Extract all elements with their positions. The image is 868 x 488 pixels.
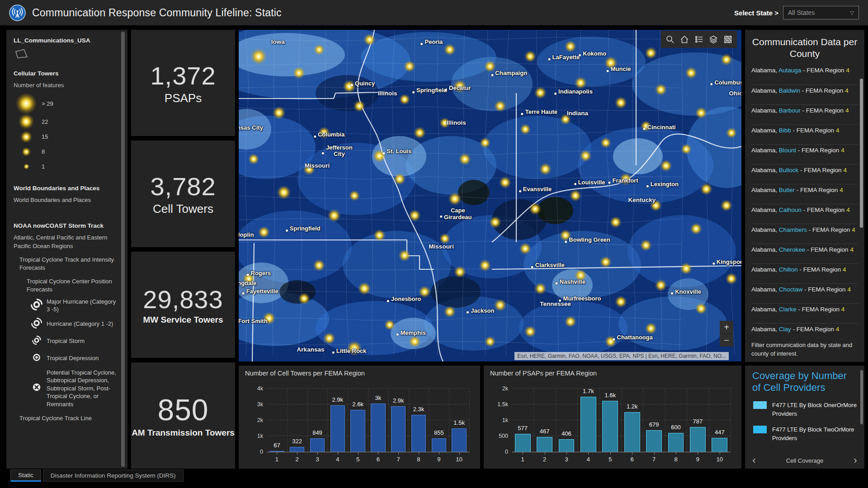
bar-value-label: 849 (312, 429, 322, 436)
city-label: Knoxville (675, 289, 701, 295)
bar (646, 430, 662, 452)
stat-label: Cell Towers (153, 202, 213, 216)
city-label: Terre Haute (525, 109, 557, 115)
county-row[interactable]: Alabama, Blount - FEMA Region 4 (751, 144, 858, 164)
county-row[interactable]: Alabama, Bullock - FEMA Region 4 (751, 164, 858, 184)
city-label: Frankfort (613, 178, 638, 184)
city-dot-icon (565, 241, 567, 243)
gridline (731, 389, 731, 452)
gridline (556, 389, 556, 452)
select-state-label: Select State > (734, 9, 778, 17)
tower-glow-icon (20, 131, 32, 143)
city-label: Fayetteville (246, 288, 278, 295)
x-axis-tick-label: 6 (368, 456, 388, 463)
y-axis-tick-label: 1.5k (497, 401, 508, 408)
city-dot-icon (548, 58, 551, 60)
sidebar-scrollbar[interactable] (121, 32, 125, 467)
county-row[interactable]: Alabama, Clarke - FEMA Region 4 (751, 303, 858, 323)
county-list: Alabama, Autauga - FEMA Region 4Alabama,… (751, 65, 858, 343)
city-dot-icon (445, 89, 447, 91)
bar (559, 439, 575, 452)
bar-chart-cell-towers: 01k2k3k4k673228492.9k2.6k3k2.9k2.3k8551.… (267, 389, 469, 452)
city-label: Joplin (239, 232, 254, 238)
search-icon[interactable] (663, 31, 677, 48)
city-label: Memphis (401, 330, 426, 336)
x-axis-tick-label: 10 (709, 456, 731, 463)
county-row[interactable]: Alabama, Calhoun - FEMA Region 4 (751, 204, 858, 224)
coverage-map[interactable]: IowaPeoriaKokomoLaFayetteMuncieChampaign… (239, 30, 741, 361)
coverage-scrollbar[interactable] (860, 370, 863, 424)
storm-legend-label: Potential Tropical Cyclone, Subtropical … (47, 369, 118, 408)
x-axis-tick-label: 2 (533, 456, 555, 463)
city-dot-icon (412, 91, 415, 94)
x-axis-tick-label: 3 (307, 456, 328, 463)
storm-legend-row: Major Hurricane (Category 3 -5) (31, 298, 118, 314)
bar-value-label: 855 (434, 429, 444, 436)
city-label: Springfield (416, 87, 447, 94)
chevron-down-icon: ▽ (850, 10, 854, 16)
storm-legend-row: Hurricane (Category 1 -2) (31, 317, 118, 331)
gridline (429, 389, 429, 452)
county-row[interactable]: Alabama, Clay - FEMA Region 4 (751, 323, 858, 343)
storm-legend-label: Tropical Depression (47, 354, 99, 362)
state-label: Arkansas (297, 347, 325, 353)
coverage-legend-item: F477 LTE By Block TwoOrMore Providers (752, 425, 857, 443)
legend-sidebar: LL_Communications_USA Cellular Towers Nu… (6, 30, 127, 469)
noaa-regions-label: Atlantic, Central Pacific and Eastern Pa… (14, 234, 118, 250)
basemap-grid-icon[interactable] (721, 31, 735, 48)
bar-value-label: 67 (274, 442, 280, 449)
tab-dirs[interactable]: Disaster Information Reporting System (D… (43, 469, 184, 482)
storm-legend-label: Hurricane (Category 1 -2) (47, 320, 113, 328)
county-row[interactable]: Alabama, Choctaw - FEMA Region 4 (751, 283, 858, 303)
city-label: Rogers (251, 270, 271, 277)
x-axis-labels: 12345678910 (512, 456, 731, 463)
county-list-scrollbar[interactable] (860, 79, 863, 228)
polygon-extent-icon (14, 48, 29, 59)
tower-glow-icon (24, 164, 29, 169)
state-label: Illinois (447, 119, 466, 126)
city-label: Kokomo (583, 51, 606, 57)
pager-prev-icon[interactable]: ‹ (749, 455, 760, 465)
county-panel-footer: Filter communication data by state and c… (751, 341, 853, 358)
gridline (599, 389, 600, 452)
legend-list-icon[interactable] (692, 31, 706, 48)
y-axis-tick-label: 0 (260, 449, 263, 455)
cyclone-center-forecasts-label: Tropical Cyclone Center Position Forecas… (27, 277, 118, 294)
city-dot-icon (574, 183, 576, 185)
layers-icon[interactable] (706, 31, 721, 48)
city-label: Bowling Green (569, 237, 610, 243)
dashboard-root: Communication Response Community Lifelin… (0, 0, 868, 488)
county-row[interactable]: Alabama, Baldwin - FEMA Region 4 (751, 84, 858, 104)
world-boundaries-title: World Boundaries and Places (14, 185, 118, 192)
county-row[interactable]: Alabama, Chilton - FEMA Region 4 (751, 263, 858, 283)
county-row[interactable]: Alabama, Cherokee - FEMA Region 4 (751, 244, 858, 263)
number-of-features-label: Number of features (14, 81, 118, 89)
stat-label: MW Service Towers (143, 315, 223, 325)
gridline (409, 389, 409, 452)
x-axis-tick-label: 4 (577, 456, 599, 463)
tab-static[interactable]: Static (10, 469, 41, 482)
county-row[interactable]: Alabama, Autauga - FEMA Region 4 (751, 65, 858, 84)
state-dropdown[interactable]: All States ▽ (783, 6, 859, 19)
city-dot-icon (554, 93, 557, 95)
storm-legend-row: Potential Tropical Cyclone, Subtropical … (31, 369, 118, 408)
city-label: Jackson (471, 308, 494, 314)
coverage-legend: F477 LTE By Block OnerOrMore ProvidersF4… (752, 401, 857, 443)
app-logo-broadcast-icon (9, 5, 26, 21)
bar-value-label: 447 (715, 429, 725, 436)
county-row[interactable]: Alabama, Barbour - FEMA Region 4 (751, 104, 858, 124)
city-dot-icon (332, 352, 335, 354)
zoom-in-button[interactable]: + (720, 321, 733, 333)
zoom-out-button[interactable]: − (720, 333, 733, 347)
county-row[interactable]: Alabama, Chambers - FEMA Region 4 (751, 224, 858, 244)
x-axis-tick-label: 8 (665, 456, 687, 463)
county-row[interactable]: Alabama, Butler - FEMA Region 4 (751, 184, 858, 204)
coverage-pager: ‹ Cell Coverage › (749, 455, 861, 466)
cellular-towers-title: Cellular Towers (14, 70, 118, 77)
county-row[interactable]: Alabama, Bibb - FEMA Region 4 (751, 124, 858, 144)
city-dot-icon (607, 70, 609, 72)
pager-next-icon[interactable]: › (850, 455, 861, 465)
bar (537, 437, 552, 452)
home-icon[interactable] (677, 31, 692, 48)
city-dot-icon (556, 282, 558, 285)
